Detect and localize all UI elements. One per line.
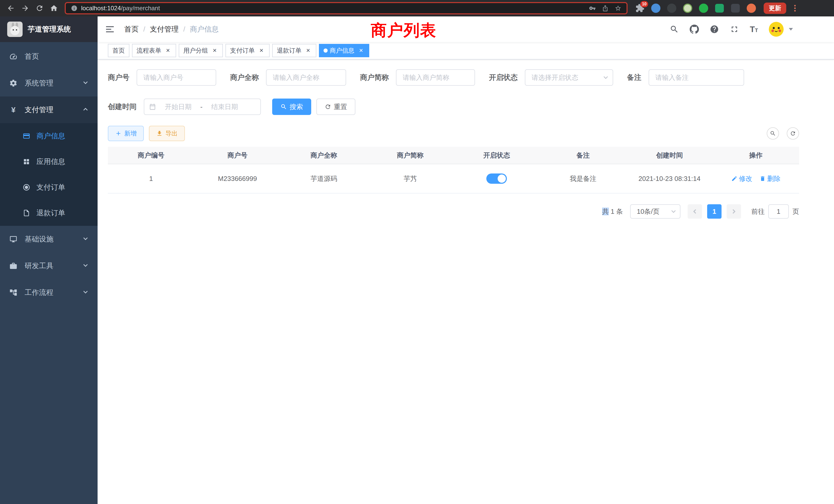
- grid-icon: [23, 158, 30, 165]
- short-name-label: 商户简称: [360, 73, 389, 83]
- sidebar-item-merchant-info[interactable]: 商户信息: [0, 123, 97, 149]
- breadcrumb-home[interactable]: 首页: [124, 24, 139, 34]
- sidebar-item-label: 研发工具: [25, 261, 53, 271]
- avatar[interactable]: [769, 22, 784, 37]
- close-icon[interactable]: ×: [164, 47, 172, 54]
- date-range-picker[interactable]: -: [144, 98, 261, 115]
- logo[interactable]: 芋道管理系统: [0, 17, 97, 42]
- address-bar[interactable]: localhost:1024/pay/merchant: [65, 2, 628, 14]
- goto-page-input[interactable]: [768, 204, 789, 219]
- date-start-input[interactable]: [159, 103, 197, 111]
- breadcrumb-separator: /: [183, 25, 185, 33]
- remark-input[interactable]: [649, 69, 744, 86]
- page-number-button[interactable]: 1: [707, 204, 722, 219]
- table-toolbar: 新增 导出: [108, 126, 799, 141]
- home-button[interactable]: [47, 2, 61, 15]
- tab-process-form[interactable]: 流程表单×: [132, 44, 176, 57]
- avatar-caret-icon[interactable]: [789, 28, 793, 30]
- extension-icon-dark[interactable]: [666, 3, 677, 13]
- tab-refund-order[interactable]: 退款订单×: [272, 44, 316, 57]
- short-name-input[interactable]: [396, 69, 475, 86]
- column-header: 商户号: [194, 151, 281, 160]
- cell-merchant-id: 1: [108, 175, 194, 183]
- extension-icon-orange-avatar[interactable]: [746, 3, 756, 13]
- status-toggle[interactable]: [486, 174, 507, 184]
- font-size-icon[interactable]: TT: [750, 25, 758, 34]
- browser-update-button[interactable]: 更新: [764, 3, 786, 14]
- extension-icon-avatar[interactable]: [682, 3, 693, 13]
- close-icon[interactable]: ×: [357, 47, 365, 54]
- back-button[interactable]: [4, 2, 18, 15]
- sidebar-item-label: 支付管理: [25, 105, 53, 115]
- credit-card-icon: [23, 132, 30, 140]
- help-icon[interactable]: [710, 25, 719, 34]
- sidebar-item-app-info[interactable]: 应用信息: [0, 149, 97, 175]
- cell-remark: 我是备注: [540, 174, 627, 183]
- key-icon[interactable]: [589, 5, 596, 12]
- sidebar-item-pay-order[interactable]: 支付订单: [0, 175, 97, 200]
- extension-icon-pin[interactable]: [730, 3, 741, 13]
- sidebar-item-payment[interactable]: ¥ 支付管理: [0, 96, 97, 123]
- column-header: 创建时间: [626, 151, 713, 160]
- cell-full-name: 芋道源码: [281, 174, 367, 183]
- chevron-down-icon: [83, 262, 88, 270]
- forward-button[interactable]: [19, 2, 32, 15]
- close-icon[interactable]: ×: [305, 47, 312, 54]
- close-icon[interactable]: ×: [258, 47, 265, 54]
- sidebar-item-workflow[interactable]: 工作流程: [0, 279, 97, 306]
- pagination: 共 1 条 1 前往 页: [108, 204, 799, 229]
- sidebar-item-dev-tools[interactable]: 研发工具: [0, 253, 97, 279]
- close-icon[interactable]: ×: [211, 47, 218, 54]
- sidebar-item-home[interactable]: 首页: [0, 43, 97, 70]
- search-icon[interactable]: [670, 25, 679, 34]
- show-search-button[interactable]: [767, 127, 779, 140]
- add-button[interactable]: 新增: [108, 126, 144, 141]
- prev-page-button[interactable]: [688, 204, 702, 219]
- reset-button[interactable]: 重置: [316, 98, 355, 115]
- yen-icon: ¥: [9, 106, 18, 114]
- page-size-select[interactable]: [630, 204, 680, 219]
- merchant-no-input[interactable]: [137, 69, 216, 86]
- extension-puzzle-icon[interactable]: 10: [635, 3, 645, 13]
- tab-user-group[interactable]: 用户分组×: [179, 44, 223, 57]
- bookmark-star-icon[interactable]: [615, 5, 621, 12]
- url-text: localhost:1024/pay/merchant: [81, 5, 160, 12]
- status-select[interactable]: [525, 69, 613, 86]
- tab-home[interactable]: 首页: [108, 44, 129, 57]
- sidebar-item-label: 支付订单: [37, 182, 65, 192]
- column-header: 开启状态: [454, 151, 540, 160]
- gear-icon: [9, 79, 18, 87]
- edit-link[interactable]: 修改: [731, 174, 752, 183]
- filter-row-2: 创建时间 - 搜索 重置: [108, 98, 799, 115]
- tab-merchant-info[interactable]: 商户信息×: [319, 44, 369, 57]
- search-button[interactable]: 搜索: [272, 98, 311, 115]
- share-icon[interactable]: [602, 5, 609, 12]
- download-icon: [156, 130, 163, 137]
- reload-button[interactable]: [33, 2, 46, 15]
- sidebar-item-refund-order[interactable]: 退款订单: [0, 200, 97, 226]
- refresh-table-button[interactable]: [787, 127, 799, 140]
- next-page-button[interactable]: [727, 204, 741, 219]
- full-name-input[interactable]: [266, 69, 346, 86]
- breadcrumb-separator: /: [143, 25, 145, 33]
- browser-menu-icon[interactable]: [790, 3, 799, 14]
- breadcrumb-payment[interactable]: 支付管理: [150, 24, 179, 34]
- sidebar-item-system[interactable]: 系统管理: [0, 70, 97, 96]
- extension-icon-green-circle[interactable]: [698, 3, 709, 13]
- hamburger-icon[interactable]: [105, 24, 116, 35]
- delete-link[interactable]: 删除: [760, 174, 781, 183]
- chevron-right-icon: [731, 209, 737, 214]
- extension-icon-green-square[interactable]: [714, 3, 725, 13]
- cell-short-name: 芋艿: [367, 174, 454, 183]
- trash-icon: [760, 176, 766, 182]
- fullscreen-icon[interactable]: [730, 25, 739, 34]
- tab-pay-order[interactable]: 支付订单×: [225, 44, 270, 57]
- extension-icon-blue[interactable]: [651, 3, 661, 13]
- github-icon[interactable]: [690, 25, 699, 34]
- date-end-input[interactable]: [206, 103, 244, 111]
- status-label: 开启状态: [489, 73, 518, 83]
- export-button[interactable]: 导出: [149, 126, 185, 141]
- sidebar-item-label: 应用信息: [37, 157, 65, 166]
- date-separator: -: [200, 103, 203, 111]
- sidebar-item-infrastructure[interactable]: 基础设施: [0, 226, 97, 253]
